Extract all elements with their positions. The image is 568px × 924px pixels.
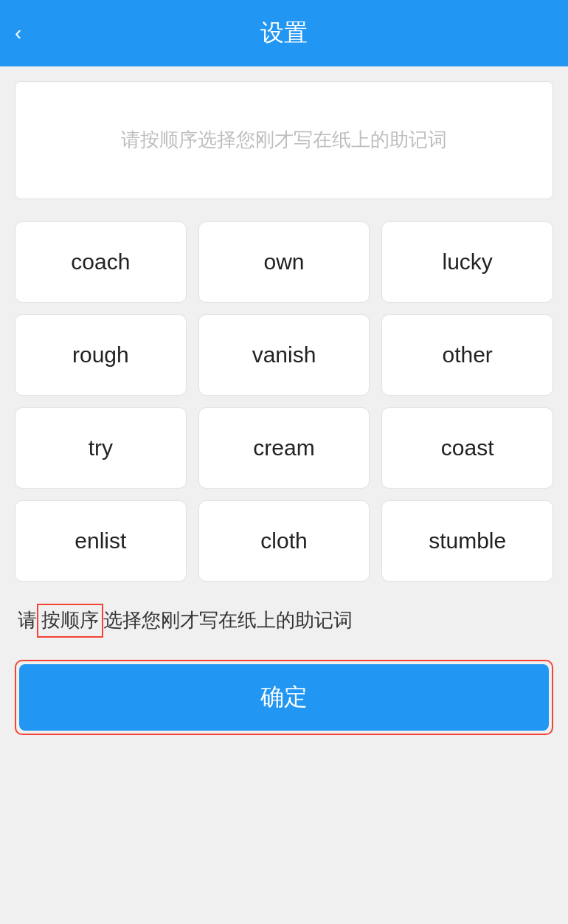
back-button[interactable]: ‹ [15,21,21,45]
word-button-cloth[interactable]: cloth [198,500,370,582]
confirm-button-wrapper: 确定 [15,660,553,735]
word-button-try[interactable]: try [15,407,187,489]
word-button-vanish[interactable]: vanish [198,314,370,396]
hint-highlight: 按顺序 [37,604,103,638]
mnemonic-input-box: 请按顺序选择您刚才写在纸上的助记词 [15,81,553,199]
confirm-button[interactable]: 确定 [19,664,549,731]
word-grid: coach own lucky rough vanish other try c… [15,221,553,582]
word-button-coast[interactable]: coast [381,407,553,489]
hint-prefix: 请 [18,609,37,631]
word-button-lucky[interactable]: lucky [381,221,553,303]
mnemonic-placeholder: 请按顺序选择您刚才写在纸上的助记词 [121,125,447,156]
word-button-other[interactable]: other [381,314,553,396]
word-button-stumble[interactable]: stumble [381,500,553,582]
page-title: 设置 [260,17,308,49]
header: ‹ 设置 [0,0,568,66]
hint-suffix: 选择您刚才写在纸上的助记词 [103,609,353,631]
word-button-enlist[interactable]: enlist [15,500,187,582]
word-button-coach[interactable]: coach [15,221,187,303]
word-button-rough[interactable]: rough [15,314,187,396]
hint-text: 请按顺序选择您刚才写在纸上的助记词 [15,604,553,638]
main-content: 请按顺序选择您刚才写在纸上的助记词 coach own lucky rough … [0,66,568,924]
word-button-cream[interactable]: cream [198,407,370,489]
word-button-own[interactable]: own [198,221,370,303]
